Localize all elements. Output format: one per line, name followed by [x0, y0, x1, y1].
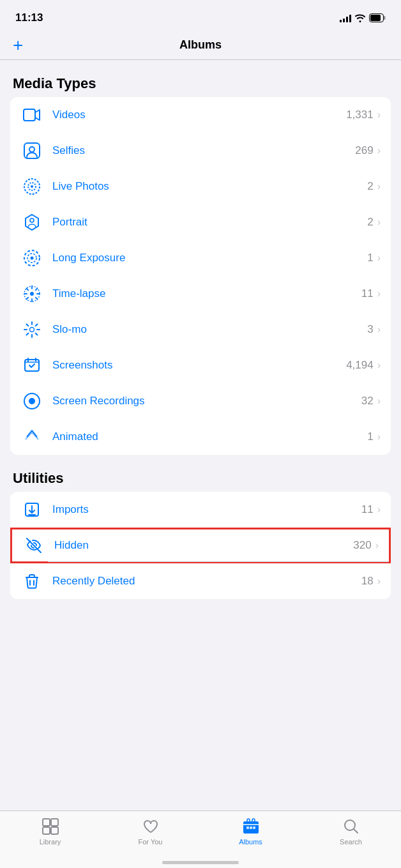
screenshots-chevron: › [377, 360, 381, 371]
slo-mo-label: Slo-mo [52, 323, 367, 336]
tab-search[interactable]: Search [301, 818, 401, 846]
animated-chevron: › [377, 431, 381, 443]
videos-count: 1,331 [346, 109, 374, 121]
list-item-animated[interactable]: Animated 1 › [10, 419, 391, 455]
imports-count: 11 [361, 503, 374, 516]
long-exposure-label: Long Exposure [52, 252, 367, 264]
library-tab-label: Library [40, 838, 61, 846]
list-item-recently-deleted[interactable]: Recently Deleted 18 › [10, 563, 391, 599]
svg-point-15 [30, 328, 34, 332]
screenshot-icon [20, 354, 43, 377]
svg-rect-26 [246, 826, 249, 829]
list-item-long-exposure[interactable]: Long Exposure 1 › [10, 240, 391, 276]
home-indicator [0, 861, 401, 864]
tab-bar: Library For You Albums [0, 811, 401, 868]
svg-rect-3 [24, 109, 35, 121]
tab-albums[interactable]: Albums [200, 818, 301, 846]
videos-label: Videos [52, 109, 346, 121]
slo-mo-count: 3 [367, 323, 373, 336]
svg-rect-22 [43, 827, 50, 834]
tab-for-you[interactable]: For You [100, 818, 200, 846]
svg-rect-27 [250, 826, 252, 829]
list-item-time-lapse[interactable]: Time-lapse 11 › [10, 276, 391, 312]
status-bar: 11:13 [0, 0, 401, 32]
for-you-tab-icon [142, 818, 160, 835]
media-types-list: Videos 1,331 › Selfies 269 › [10, 97, 391, 455]
recently-deleted-label: Recently Deleted [52, 575, 361, 588]
status-icons [340, 13, 386, 22]
selfies-label: Selfies [52, 144, 355, 157]
svg-point-5 [29, 147, 34, 152]
time-lapse-label: Time-lapse [52, 287, 361, 300]
time-lapse-icon [20, 282, 43, 305]
list-item-imports[interactable]: Imports 11 › [10, 492, 391, 528]
tab-library[interactable]: Library [0, 818, 100, 846]
svg-point-9 [30, 218, 34, 222]
slo-mo-icon [20, 318, 43, 341]
portrait-chevron: › [377, 217, 381, 228]
list-item-hidden[interactable]: Hidden 320 › [10, 528, 391, 563]
list-item-screen-recordings[interactable]: Screen Recordings 32 › [10, 383, 391, 419]
list-item-slo-mo[interactable]: Slo-mo 3 › [10, 312, 391, 347]
search-tab-label: Search [340, 838, 362, 846]
live-photos-count: 2 [367, 180, 373, 193]
media-types-section-header: Media Types [0, 60, 401, 97]
hidden-icon [22, 534, 45, 557]
status-time: 11:13 [15, 11, 43, 24]
time-lapse-count: 11 [361, 287, 374, 300]
animated-label: Animated [52, 430, 367, 443]
add-album-button[interactable]: + [13, 36, 23, 54]
svg-rect-16 [25, 360, 39, 371]
imports-label: Imports [52, 503, 361, 516]
svg-rect-20 [43, 819, 50, 826]
battery-icon [369, 13, 386, 22]
selfie-icon [20, 139, 43, 162]
list-item-portrait[interactable]: Portrait 2 › [10, 204, 391, 240]
search-tab-icon [342, 818, 360, 835]
video-icon [20, 103, 43, 126]
screenshots-label: Screenshots [52, 359, 346, 372]
content-area: Media Types Videos 1,331 › [0, 60, 401, 669]
svg-rect-23 [51, 827, 58, 834]
screenshots-count: 4,194 [346, 359, 374, 372]
slo-mo-chevron: › [377, 324, 381, 335]
portrait-label: Portrait [52, 216, 367, 229]
list-item-selfies[interactable]: Selfies 269 › [10, 133, 391, 169]
signal-bars-icon [340, 13, 351, 22]
selfies-count: 269 [355, 144, 373, 157]
animated-count: 1 [367, 430, 373, 443]
hidden-count: 320 [353, 539, 371, 552]
videos-chevron: › [377, 109, 381, 121]
utilities-section-header: Utilities [0, 455, 401, 492]
wifi-icon [355, 13, 365, 22]
list-item-live-photos[interactable]: Live Photos 2 › [10, 169, 391, 204]
svg-point-14 [30, 292, 34, 296]
utilities-list: Imports 11 › Hidden 320 › [10, 492, 391, 599]
utilities-title: Utilities [13, 470, 63, 486]
portrait-count: 2 [367, 216, 373, 229]
svg-rect-1 [384, 16, 386, 20]
svg-point-12 [31, 257, 34, 260]
albums-tab-icon [242, 818, 260, 835]
live-photo-icon [20, 175, 43, 198]
svg-point-18 [29, 398, 35, 404]
screen-recordings-chevron: › [377, 395, 381, 407]
time-lapse-chevron: › [377, 288, 381, 300]
animated-icon [20, 425, 43, 448]
albums-tab-label: Albums [239, 838, 262, 846]
imports-chevron: › [377, 504, 381, 515]
imports-icon [20, 498, 43, 521]
hidden-chevron: › [375, 540, 379, 551]
portrait-icon [20, 211, 43, 234]
screen-recordings-count: 32 [361, 395, 374, 407]
live-photos-chevron: › [377, 181, 381, 192]
live-photos-label: Live Photos [52, 180, 367, 193]
list-item-screenshots[interactable]: Screenshots 4,194 › [10, 347, 391, 383]
home-bar [162, 861, 239, 864]
for-you-tab-label: For You [139, 838, 163, 846]
nav-bar: + Albums [0, 32, 401, 60]
svg-rect-28 [253, 826, 255, 829]
trash-icon [20, 570, 43, 593]
list-item-videos[interactable]: Videos 1,331 › [10, 97, 391, 133]
long-exposure-chevron: › [377, 252, 381, 264]
